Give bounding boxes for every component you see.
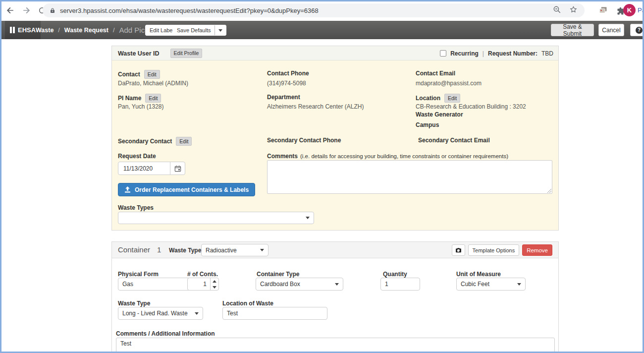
container-title: Container xyxy=(118,245,150,254)
container-header: Container 1 Waste Type Radioactive Templ… xyxy=(112,242,558,258)
save-defaults-label[interactable]: Save Defaults xyxy=(173,25,215,35)
divider: | xyxy=(483,50,484,57)
contact-phone-label: Contact Phone xyxy=(267,70,309,77)
calendar-picker-button[interactable] xyxy=(170,162,185,175)
waste-user-id-label: Waste User ID xyxy=(118,50,160,57)
profile-name: Pa xyxy=(638,6,644,14)
breadcrumb-separator: / xyxy=(58,27,59,34)
location-label: Location xyxy=(416,95,440,102)
breadcrumb-separator: / xyxy=(113,27,114,34)
location-edit-button[interactable]: Edit xyxy=(444,94,460,103)
recurring-checkbox[interactable] xyxy=(440,50,446,57)
waste-request-panel: Waste User ID Edit Profile Recurring | R… xyxy=(111,46,559,231)
contact-email-label: Contact Email xyxy=(416,70,455,77)
photo-button[interactable] xyxy=(452,244,465,256)
caret-down-icon xyxy=(335,283,339,286)
arrow-up-icon xyxy=(213,280,216,283)
waste-type-label: Waste Type xyxy=(118,300,150,307)
camera-icon xyxy=(455,247,462,254)
brand-label: EHSA xyxy=(18,26,36,34)
zoom-out-icon[interactable] xyxy=(553,5,561,16)
waste-type-header-select[interactable]: Radioactive xyxy=(201,244,268,256)
forward-icon[interactable] xyxy=(21,5,32,16)
container-type-select[interactable]: Cardboard Box xyxy=(256,278,343,291)
container-number: 1 xyxy=(157,245,161,254)
container-type-value: Cardboard Box xyxy=(260,281,300,288)
waste-type-select[interactable]: Long - Lived Rad. Waste xyxy=(118,307,203,320)
contact-edit-button[interactable]: Edit xyxy=(144,70,160,79)
waste-types-select[interactable] xyxy=(118,212,314,224)
quantity-input[interactable] xyxy=(380,278,420,291)
breadcrumb-waste[interactable]: Waste xyxy=(36,27,54,34)
request-number-value: TBD xyxy=(541,50,553,57)
media-extension-icon[interactable] xyxy=(597,5,608,16)
physical-form-value: Gas xyxy=(122,281,133,288)
stepper-up[interactable] xyxy=(211,278,218,284)
container-type-label: Container Type xyxy=(257,271,299,278)
pi-name-edit-button[interactable]: Edit xyxy=(145,94,161,103)
lock-icon xyxy=(50,7,55,13)
caret-down-icon xyxy=(306,217,310,219)
caret-down-icon xyxy=(260,249,264,251)
unit-of-measure-value: Cubic Feet xyxy=(461,281,489,288)
unit-of-measure-select[interactable]: Cubic Feet xyxy=(456,278,526,291)
remove-button[interactable]: Remove xyxy=(522,244,552,256)
container-comments-textarea[interactable]: Test xyxy=(116,338,555,353)
save-defaults-button[interactable]: Save Defaults xyxy=(172,25,226,36)
unit-of-measure-label: Unit of Measure xyxy=(456,271,501,278)
contact-email-value: mdaprato@hpassist.com xyxy=(416,80,482,87)
save-defaults-dropdown[interactable] xyxy=(215,25,226,35)
stepper-arrows[interactable] xyxy=(210,278,218,290)
secondary-contact-edit-button[interactable]: Edit xyxy=(176,137,192,146)
bookmark-star-icon[interactable] xyxy=(569,5,578,16)
waste-generator-label: Waste Generator xyxy=(416,111,463,118)
comments-textarea[interactable] xyxy=(267,160,552,194)
location-of-waste-input[interactable] xyxy=(222,307,327,320)
stepper-down[interactable] xyxy=(211,284,218,290)
department-value: Alzheimers Research Center (ALZH) xyxy=(267,103,364,110)
help-button[interactable]: ? H xyxy=(630,24,644,36)
recurring-label: Recurring xyxy=(450,50,479,57)
contact-label: Contact xyxy=(118,71,140,78)
caret-down-icon xyxy=(218,29,222,32)
department-label: Department xyxy=(267,94,300,101)
request-date-label: Request Date xyxy=(118,153,156,160)
contact-value: DaPrato, Michael (ADMIN) xyxy=(118,80,188,87)
request-number-label: Request Number: xyxy=(488,50,537,57)
physical-form-label: Physical Form xyxy=(118,271,159,278)
order-replacement-button[interactable]: Order Replacement Containers & Labels xyxy=(118,183,255,196)
app-navbar: EHSA Waste / Waste Request / Add Pickup … xyxy=(0,21,644,39)
campus-label: Campus xyxy=(416,121,439,128)
order-replacement-label: Order Replacement Containers & Labels xyxy=(135,186,249,193)
waste-types-label: Waste Types xyxy=(118,204,154,211)
browser-window: server3.hpassist.com/ehsa/waste/wastereq… xyxy=(0,0,644,353)
upload-icon xyxy=(124,186,131,193)
template-options-button[interactable]: Template Options xyxy=(468,244,520,256)
location-of-waste-label: Location of Waste xyxy=(222,300,273,307)
cancel-button[interactable]: Cancel xyxy=(598,24,624,36)
caret-down-icon xyxy=(517,283,521,286)
waste-type-header-label: Waste Type xyxy=(169,247,201,254)
url-text: server3.hpassist.com/ehsa/waste/wastereq… xyxy=(60,7,319,14)
app-grid-icon xyxy=(10,27,15,33)
waste-type-header-value: Radioactive xyxy=(206,247,237,254)
pi-name-value: Pan, Yuch (1328) xyxy=(118,103,164,110)
num-containers-label: # of Conts. xyxy=(187,271,218,278)
quantity-label: Quantity xyxy=(383,271,407,278)
calendar-icon xyxy=(174,165,181,172)
edit-profile-button[interactable]: Edit Profile xyxy=(170,49,203,58)
secondary-email-label: Secondary Contact Email xyxy=(418,137,490,144)
request-date-input[interactable]: 11/13/2020 xyxy=(118,162,185,175)
breadcrumb-waste-request[interactable]: Waste Request xyxy=(64,27,108,34)
address-bar[interactable]: server3.hpassist.com/ehsa/waste/wastereq… xyxy=(43,3,585,17)
comments-hint: (i.e. details for accessing your buildin… xyxy=(300,153,508,159)
caret-down-icon xyxy=(195,312,199,315)
profile-avatar[interactable]: K xyxy=(623,4,636,16)
secondary-phone-label: Secondary Contact Phone xyxy=(267,137,341,144)
arrow-down-icon xyxy=(213,286,216,289)
save-submit-button[interactable]: Save & Submit xyxy=(551,24,594,36)
num-containers-stepper[interactable]: 1 xyxy=(187,278,219,291)
container-comments-label: Comments / Additional Information xyxy=(116,330,215,337)
back-icon[interactable] xyxy=(5,5,16,16)
waste-user-header: Waste User ID Edit Profile Recurring | R… xyxy=(112,46,558,60)
